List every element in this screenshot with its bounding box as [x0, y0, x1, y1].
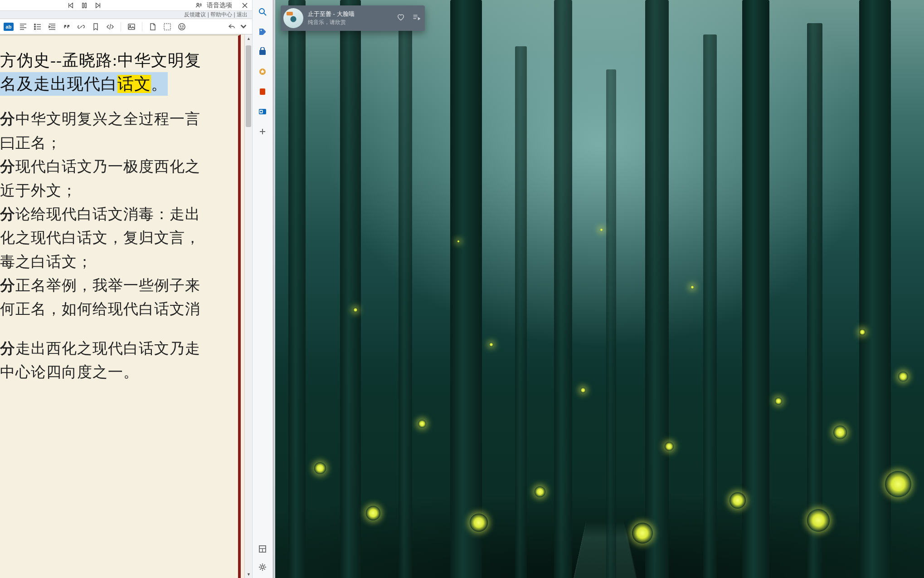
- track-title: 止于至善 - 大脸喵: [308, 10, 355, 18]
- svg-point-13: [261, 30, 262, 31]
- voice-icon: [195, 2, 202, 9]
- link-button[interactable]: [76, 22, 86, 32]
- page-button[interactable]: [148, 22, 158, 32]
- emoji-button[interactable]: [177, 22, 187, 32]
- track-subtitle: 纯音乐，请欣赏: [308, 19, 355, 26]
- indent-button[interactable]: [47, 22, 57, 32]
- next-track-button[interactable]: [94, 2, 102, 9]
- svg-point-19: [260, 111, 262, 113]
- svg-rect-0: [83, 3, 84, 8]
- svg-rect-1: [85, 3, 86, 8]
- scroll-thumb[interactable]: [246, 45, 251, 127]
- align-left-button[interactable]: [18, 22, 28, 32]
- browser-side-rail: [252, 0, 273, 578]
- outlook-icon[interactable]: [257, 106, 268, 117]
- quote-button[interactable]: [62, 22, 72, 32]
- scroll-up-arrow[interactable]: ▲: [245, 34, 252, 42]
- add-rail-button[interactable]: [257, 126, 268, 137]
- svg-rect-14: [259, 50, 266, 55]
- bookmark-button[interactable]: [91, 22, 101, 32]
- header-links-text[interactable]: 反馈建议 | 帮助中心 | 退出: [184, 11, 248, 19]
- shopping-icon[interactable]: [257, 46, 268, 57]
- rewards-icon[interactable]: [257, 66, 268, 77]
- office-icon[interactable]: [257, 86, 268, 97]
- album-cover[interactable]: [283, 8, 303, 28]
- like-heart-icon[interactable]: [397, 13, 405, 23]
- document-area: 方伪史--孟晓路:中华文明复 名及走出现代白话文。 分中华文明复兴之全过程一言 …: [0, 34, 252, 578]
- pause-button[interactable]: [81, 2, 88, 9]
- ab-highlight-button[interactable]: ab: [4, 23, 14, 31]
- search-icon[interactable]: [257, 6, 268, 17]
- image-button[interactable]: [126, 22, 136, 32]
- svg-point-11: [183, 25, 184, 26]
- svg-rect-6: [128, 24, 135, 29]
- document-page[interactable]: 方伪史--孟晓路:中华文明复 名及走出现代白话文。 分中华文明复兴之全过程一言 …: [0, 34, 241, 578]
- editor-toolbar: ab: [0, 19, 252, 34]
- title-line1: 方伪史--孟晓路:中华文明复: [0, 51, 201, 69]
- playlist-queue-icon[interactable]: [412, 13, 420, 23]
- svg-point-9: [179, 24, 185, 30]
- title-highlight: 话文: [117, 75, 151, 93]
- code-button[interactable]: [105, 22, 115, 32]
- svg-point-3: [34, 24, 36, 25]
- svg-point-12: [259, 9, 264, 14]
- undo-button[interactable]: [227, 22, 237, 32]
- reader-pane: 语音选项 反馈建议 | 帮助中心 | 退出 ab: [0, 0, 252, 578]
- svg-point-2: [197, 3, 199, 5]
- close-reader-button[interactable]: [241, 2, 248, 9]
- svg-point-4: [34, 26, 36, 27]
- list-bullets-button[interactable]: [33, 22, 43, 32]
- desktop-wallpaper: 止于至善 - 大脸喵 纯音乐，请欣赏: [275, 0, 924, 578]
- select-area-button[interactable]: [162, 22, 172, 32]
- prev-track-button[interactable]: [67, 2, 74, 9]
- document-body[interactable]: 分中华文明复兴之全过程一言 曰正名； 分现代白话文乃一极度西化之 近于外文； 分…: [0, 108, 226, 383]
- layout-icon[interactable]: [257, 544, 268, 554]
- vertical-scrollbar[interactable]: ▲ ▼: [244, 34, 252, 578]
- scroll-down-arrow[interactable]: ▼: [245, 570, 252, 578]
- undo-dropdown[interactable]: [238, 22, 248, 32]
- title-line2-selected: 名及走出现代白话文。: [0, 72, 168, 96]
- music-now-playing-card[interactable]: 止于至善 - 大脸喵 纯音乐，请欣赏: [281, 5, 425, 31]
- reader-player-bar: 语音选项: [0, 0, 252, 11]
- svg-rect-16: [260, 88, 265, 95]
- svg-point-5: [34, 28, 36, 29]
- voice-options-label[interactable]: 语音选项: [207, 1, 232, 10]
- svg-point-10: [180, 25, 181, 26]
- svg-point-7: [130, 25, 131, 26]
- settings-gear-icon[interactable]: [257, 562, 268, 573]
- svg-rect-8: [164, 24, 170, 30]
- bookmark-tag-icon[interactable]: [257, 26, 268, 37]
- svg-point-21: [261, 566, 264, 568]
- document-title[interactable]: 方伪史--孟晓路:中华文明复 名及走出现代白话文。: [0, 49, 226, 96]
- header-links[interactable]: 反馈建议 | 帮助中心 | 退出: [0, 11, 252, 19]
